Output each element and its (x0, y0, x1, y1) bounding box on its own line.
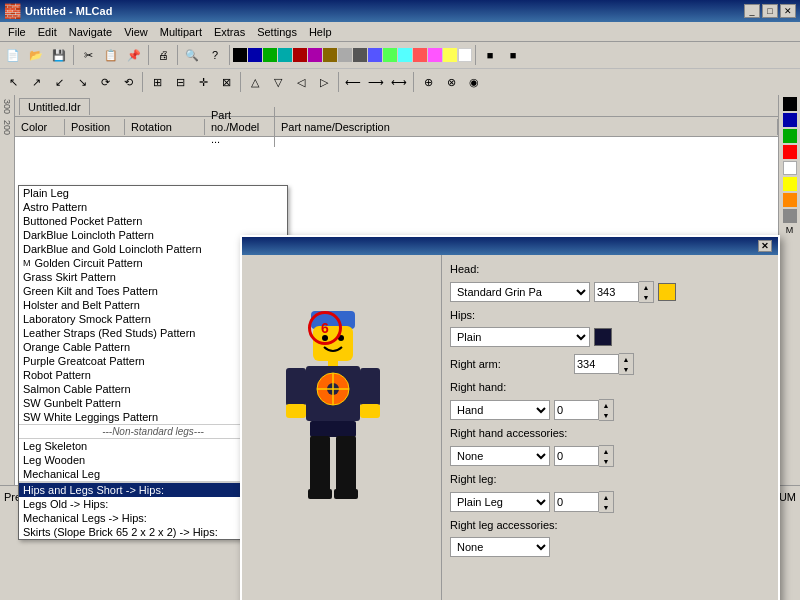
color-brown[interactable] (323, 48, 337, 62)
right-color-6[interactable] (783, 177, 797, 191)
right-color-4[interactable] (783, 145, 797, 159)
tb-paste[interactable]: 📌 (123, 44, 145, 66)
menu-edit[interactable]: Edit (32, 24, 63, 40)
tb2-15[interactable]: ⟵ (342, 71, 364, 93)
tb-copy[interactable]: 📋 (100, 44, 122, 66)
dialog-close-button[interactable]: ✕ (758, 240, 772, 252)
color-blue[interactable] (248, 48, 262, 62)
right-hand-spin-down[interactable]: ▼ (599, 410, 613, 420)
head-select[interactable]: Standard Grin Pa (450, 282, 590, 302)
color-red[interactable] (293, 48, 307, 62)
tb-extra1[interactable]: ■ (479, 44, 501, 66)
tb2-9[interactable]: ✛ (192, 71, 214, 93)
dd-item-plain-leg[interactable]: Plain Leg (19, 186, 287, 200)
minimize-button[interactable]: _ (744, 4, 760, 18)
tb-zoom-in[interactable]: 🔍 (181, 44, 203, 66)
tb2-2[interactable]: ↗ (25, 71, 47, 93)
right-hand-acc-spin-down[interactable]: ▼ (599, 456, 613, 466)
head-spin-up[interactable]: ▲ (639, 282, 653, 292)
tb-print[interactable]: 🖨 (152, 44, 174, 66)
maximize-button[interactable]: □ (762, 4, 778, 18)
right-m-label[interactable]: M (786, 225, 794, 235)
right-arm-spin-up[interactable]: ▲ (619, 354, 633, 364)
right-leg-number-input[interactable] (554, 492, 599, 512)
color-gray[interactable] (338, 48, 352, 62)
menu-file[interactable]: File (2, 24, 32, 40)
menu-view[interactable]: View (118, 24, 154, 40)
th-rotation[interactable]: Rotation (125, 119, 205, 135)
tb2-14[interactable]: ▷ (313, 71, 335, 93)
right-hand-select[interactable]: Hand (450, 400, 550, 420)
tb2-5[interactable]: ⟳ (94, 71, 116, 93)
menu-multipart[interactable]: Multipart (154, 24, 208, 40)
head-number-input[interactable] (594, 282, 639, 302)
color-black[interactable] (233, 48, 247, 62)
right-color-3[interactable] (783, 129, 797, 143)
tb2-19[interactable]: ⊗ (440, 71, 462, 93)
tb2-13[interactable]: ◁ (290, 71, 312, 93)
right-color-5[interactable] (783, 161, 797, 175)
color-lightmagenta[interactable] (428, 48, 442, 62)
hips-select[interactable]: Plain (450, 327, 590, 347)
right-color-2[interactable] (783, 113, 797, 127)
close-button[interactable]: ✕ (780, 4, 796, 18)
file-tab[interactable]: Untitled.ldr (19, 98, 90, 115)
menu-extras[interactable]: Extras (208, 24, 251, 40)
right-color-8[interactable] (783, 209, 797, 223)
menu-settings[interactable]: Settings (251, 24, 303, 40)
color-white[interactable] (458, 48, 472, 62)
right-color-1[interactable] (783, 97, 797, 111)
dd-item-astro[interactable]: Astro Pattern (19, 200, 287, 214)
th-position[interactable]: Position (65, 119, 125, 135)
color-lightgreen[interactable] (383, 48, 397, 62)
th-color[interactable]: Color (15, 119, 65, 135)
tb2-6[interactable]: ⟲ (117, 71, 139, 93)
right-hand-acc-spin-up[interactable]: ▲ (599, 446, 613, 456)
tb2-7[interactable]: ⊞ (146, 71, 168, 93)
tb2-16[interactable]: ⟶ (365, 71, 387, 93)
tb2-3[interactable]: ↙ (48, 71, 70, 93)
menu-help[interactable]: Help (303, 24, 338, 40)
tb2-8[interactable]: ⊟ (169, 71, 191, 93)
right-hand-acc-select[interactable]: None (450, 446, 550, 466)
color-yellow[interactable] (443, 48, 457, 62)
tb2-12[interactable]: ▽ (267, 71, 289, 93)
color-lightcyan[interactable] (398, 48, 412, 62)
head-color-box[interactable] (658, 283, 676, 301)
tb-cut[interactable]: ✂ (77, 44, 99, 66)
tb2-10[interactable]: ⊠ (215, 71, 237, 93)
color-darkgray[interactable] (353, 48, 367, 62)
tb-extra2[interactable]: ■ (502, 44, 524, 66)
right-color-7[interactable] (783, 193, 797, 207)
color-green[interactable] (263, 48, 277, 62)
dd-item-buttoned[interactable]: Buttoned Pocket Pattern (19, 214, 287, 228)
right-leg-spin-up[interactable]: ▲ (599, 492, 613, 502)
th-partno[interactable]: Part no./Model ... (205, 107, 275, 147)
hips-color-box[interactable] (594, 328, 612, 346)
right-hand-spin-up[interactable]: ▲ (599, 400, 613, 410)
color-magenta[interactable] (308, 48, 322, 62)
tb2-1[interactable]: ↖ (2, 71, 24, 93)
tb2-11[interactable]: △ (244, 71, 266, 93)
head-spin-down[interactable]: ▼ (639, 292, 653, 302)
tb2-18[interactable]: ⊕ (417, 71, 439, 93)
tb-save[interactable]: 💾 (48, 44, 70, 66)
color-lightblue[interactable] (368, 48, 382, 62)
right-leg-select[interactable]: Plain Leg (450, 492, 550, 512)
right-hand-number-input[interactable] (554, 400, 599, 420)
tb-new[interactable]: 📄 (2, 44, 24, 66)
tb2-20[interactable]: ◉ (463, 71, 485, 93)
tb-help[interactable]: ? (204, 44, 226, 66)
color-cyan[interactable] (278, 48, 292, 62)
right-hand-acc-number-input[interactable] (554, 446, 599, 466)
th-partname[interactable]: Part name/Description (275, 119, 778, 135)
right-arm-number-input[interactable] (574, 354, 619, 374)
right-leg-acc-select[interactable]: None (450, 537, 550, 557)
tb-open[interactable]: 📂 (25, 44, 47, 66)
color-lightred[interactable] (413, 48, 427, 62)
tb2-17[interactable]: ⟷ (388, 71, 410, 93)
right-arm-spin-down[interactable]: ▼ (619, 364, 633, 374)
right-leg-spin-down[interactable]: ▼ (599, 502, 613, 512)
tb2-4[interactable]: ↘ (71, 71, 93, 93)
menu-navigate[interactable]: Navigate (63, 24, 118, 40)
